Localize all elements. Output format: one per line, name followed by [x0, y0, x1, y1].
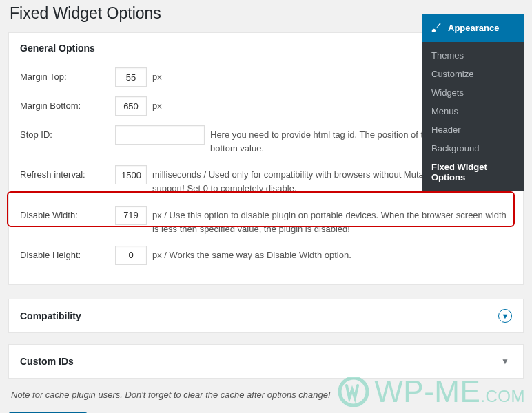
- brush-icon: [430, 21, 442, 35]
- refresh-interval-input[interactable]: [115, 165, 147, 184]
- flyout-menu: Themes Customize Widgets Menus Header Ba…: [422, 42, 524, 191]
- cache-note: Note for cache plugin users. Don't forge…: [11, 390, 521, 400]
- margin-bottom-input[interactable]: [115, 96, 147, 116]
- flyout-item-widgets[interactable]: Widgets: [422, 83, 524, 102]
- disable-height-input[interactable]: [115, 246, 147, 265]
- disable-width-input[interactable]: [115, 206, 147, 225]
- custom-ids-section-toggle[interactable]: Custom IDs ▼: [8, 344, 524, 379]
- custom-ids-title: Custom IDs: [20, 356, 74, 367]
- compatibility-section-toggle[interactable]: Compatibility ▼: [8, 299, 524, 333]
- margin-top-label: Margin Top:: [20, 67, 110, 84]
- margin-top-input[interactable]: [115, 67, 147, 87]
- flyout-item-fixed-widget-options[interactable]: Fixed Widget Options: [422, 158, 524, 187]
- flyout-heading: Appearance: [448, 23, 499, 33]
- stop-id-input[interactable]: [115, 125, 205, 145]
- flyout-item-menus[interactable]: Menus: [422, 102, 524, 120]
- disable-height-desc: px / Works the same way as Disable Width…: [152, 246, 512, 262]
- stop-id-label: Stop ID:: [20, 125, 110, 142]
- chevron-down-icon: ▼: [498, 354, 512, 368]
- compatibility-title: Compatibility: [20, 310, 81, 321]
- flyout-item-themes[interactable]: Themes: [422, 46, 524, 65]
- refresh-interval-label: Refresh interval:: [20, 165, 110, 182]
- disable-width-desc: px / Use this option to disable plugin o…: [152, 206, 512, 236]
- flyout-item-background[interactable]: Background: [422, 139, 524, 158]
- chevron-down-icon: ▼: [498, 309, 512, 323]
- disable-height-label: Disable Height:: [20, 246, 110, 262]
- flyout-header[interactable]: Appearance: [422, 14, 524, 42]
- flyout-item-header[interactable]: Header: [422, 120, 524, 139]
- disable-width-label: Disable Width:: [20, 206, 110, 222]
- appearance-flyout: Appearance Themes Customize Widgets Menu…: [422, 14, 524, 191]
- flyout-item-customize[interactable]: Customize: [422, 65, 524, 83]
- margin-bottom-label: Margin Bottom:: [20, 96, 110, 113]
